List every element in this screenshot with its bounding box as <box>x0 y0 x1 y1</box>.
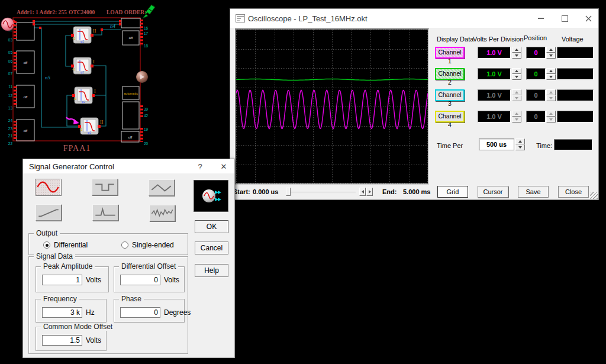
spin-down-button[interactable] <box>512 53 521 59</box>
svg-text:24: 24 <box>8 118 13 123</box>
spin-up-button[interactable] <box>546 47 556 53</box>
svg-text:03: 03 <box>8 38 13 42</box>
arrow-up-icon <box>518 140 522 143</box>
triangle-wave-icon <box>149 180 174 195</box>
spin-down-button[interactable] <box>546 53 556 59</box>
spin-down-button[interactable] <box>546 74 556 80</box>
channel-3-voltage-readout <box>557 89 594 101</box>
cam-filter-block-3[interactable]: ÷1 φ2 I <box>72 87 96 104</box>
svg-text:06: 06 <box>8 59 13 63</box>
scrollbar-track[interactable] <box>286 192 356 192</box>
svg-text:07: 07 <box>8 72 13 76</box>
spin-up-button[interactable] <box>546 68 556 74</box>
spin-up-button[interactable] <box>515 138 525 144</box>
channel-1-position-spinner[interactable] <box>546 47 556 59</box>
single-ended-radio[interactable]: Single-ended <box>121 241 174 249</box>
pin-labels-right: 16 17 18 39 42 19 20 <box>144 26 149 146</box>
sine-wave-button[interactable] <box>35 179 61 195</box>
spin-up-button[interactable] <box>512 111 521 117</box>
svg-text:II: II <box>100 120 104 125</box>
time-label: Time: <box>536 142 552 149</box>
channel-2-position-spinner[interactable] <box>546 68 556 80</box>
oscilloscope-window: Oscilloscope - LP_Test_16MHz.okt Display… <box>230 8 599 200</box>
common-mode-offset-field[interactable] <box>42 335 82 346</box>
frequency-field[interactable] <box>42 307 82 318</box>
square-wave-button[interactable] <box>92 179 118 195</box>
spin-down-button[interactable] <box>546 95 556 101</box>
triangle-wave-button[interactable] <box>149 179 175 196</box>
cam-filter-block-1[interactable]: ÷1 φ2 II <box>71 27 96 43</box>
time-per-value[interactable]: 500 us <box>479 138 514 150</box>
spin-up-button[interactable] <box>546 89 556 95</box>
io-cells-left[interactable]: off off off <box>17 22 34 141</box>
close-scope-button[interactable]: Close <box>558 186 589 198</box>
svg-text:φ2: φ2 <box>80 70 84 74</box>
ok-button[interactable]: OK <box>195 220 228 233</box>
io-cell-off-label: off <box>128 136 133 139</box>
help-button[interactable]: Help <box>195 264 228 277</box>
differential-radio[interactable]: Differential <box>43 241 88 249</box>
grid-button[interactable]: Grid <box>437 186 468 198</box>
save-button[interactable]: Save <box>518 186 549 198</box>
maximize-button[interactable] <box>553 9 576 28</box>
cam-filter-block-4[interactable]: ÷1 φ2 II <box>78 118 104 134</box>
oscilloscope-titlebar[interactable]: Oscilloscope - LP_Test_16MHz.okt <box>230 9 598 28</box>
io-cell-off-label: off <box>24 61 28 65</box>
spin-down-button[interactable] <box>512 95 521 101</box>
pulse-wave-button[interactable] <box>92 204 118 221</box>
svg-text:φ2: φ2 <box>82 100 85 104</box>
channel-4-button[interactable]: Channel 4 <box>435 111 465 123</box>
spin-down-button[interactable] <box>512 74 521 80</box>
channel-4-position-spinner[interactable] <box>546 111 556 123</box>
cam-filter-block-2[interactable]: ÷1 φ2 I <box>71 57 95 74</box>
io-cell-off-label: off <box>24 129 28 133</box>
noise-wave-button[interactable] <box>149 205 175 221</box>
spin-up-button[interactable] <box>512 89 521 95</box>
minimize-button[interactable] <box>529 9 553 28</box>
channel-2-vpd-spinner[interactable] <box>512 68 521 80</box>
arrow-down-icon <box>549 118 553 121</box>
phase-field[interactable] <box>120 307 160 318</box>
close-button[interactable] <box>576 9 600 28</box>
ramp-wave-button[interactable] <box>36 204 62 221</box>
svg-text:φ2: φ2 <box>80 40 84 43</box>
cursor-button[interactable]: Cursor <box>478 186 508 198</box>
pin-labels-left: 01 02 03 05 06 07 11 12 13 24 23 21 22 <box>8 19 13 146</box>
io-cell-automatic-label: automatic <box>124 92 138 95</box>
spin-up-button[interactable] <box>546 111 556 117</box>
spin-up-button[interactable] <box>512 68 521 74</box>
cancel-button[interactable]: Cancel <box>195 241 228 255</box>
phase-group: Phase Degrees <box>114 299 185 323</box>
spin-down-button[interactable] <box>515 144 525 150</box>
time-per-spinner[interactable] <box>515 138 525 150</box>
svg-text:05: 05 <box>8 50 13 54</box>
dialog-close-button[interactable]: ✕ <box>215 159 233 173</box>
spin-down-button[interactable] <box>512 117 521 123</box>
fpaa-schematic[interactable]: Addr1: 1 Addr2: 255 OTC24000 LOAD ORDER:… <box>0 0 160 156</box>
signal-generator-titlebar[interactable]: Signal Generator Control ? ✕ <box>23 159 234 173</box>
channel-1-vpd-spinner[interactable] <box>512 47 521 59</box>
window-resize-grip[interactable] <box>590 192 598 199</box>
peak-amplitude-field[interactable] <box>42 275 82 285</box>
signal-data-group-label: Signal Data <box>34 252 75 260</box>
dialog-help-button[interactable]: ? <box>191 159 209 173</box>
spin-down-button[interactable] <box>546 117 556 123</box>
voltage-header: Voltage <box>562 36 584 43</box>
channel-3-button[interactable]: Channel 3 <box>435 89 465 101</box>
ramp-wave-icon <box>36 205 61 220</box>
channel-4-vpd-spinner[interactable] <box>512 111 521 123</box>
spin-up-button[interactable] <box>512 47 521 53</box>
output-probe-ball-icon[interactable] <box>136 71 148 83</box>
channel-3-position-spinner[interactable] <box>546 89 556 101</box>
channel-2-vpd-readout: 1.0 V <box>478 68 511 80</box>
arrow-down-icon <box>515 54 518 57</box>
differential-offset-field[interactable] <box>120 275 160 285</box>
scroll-left-button[interactable] <box>359 188 366 196</box>
scrollbar-thumb[interactable] <box>286 188 291 196</box>
channel-3-vpd-spinner[interactable] <box>512 89 521 101</box>
channel-2-button[interactable]: Channel 2 <box>435 68 465 80</box>
channel-1-button[interactable]: Channel 1 <box>435 47 465 59</box>
signal-data-group: Signal Data Peak Amplitude Volts Differe… <box>28 256 188 354</box>
scroll-right-button[interactable] <box>366 188 373 196</box>
single-ended-label: Single-ended <box>132 241 174 249</box>
